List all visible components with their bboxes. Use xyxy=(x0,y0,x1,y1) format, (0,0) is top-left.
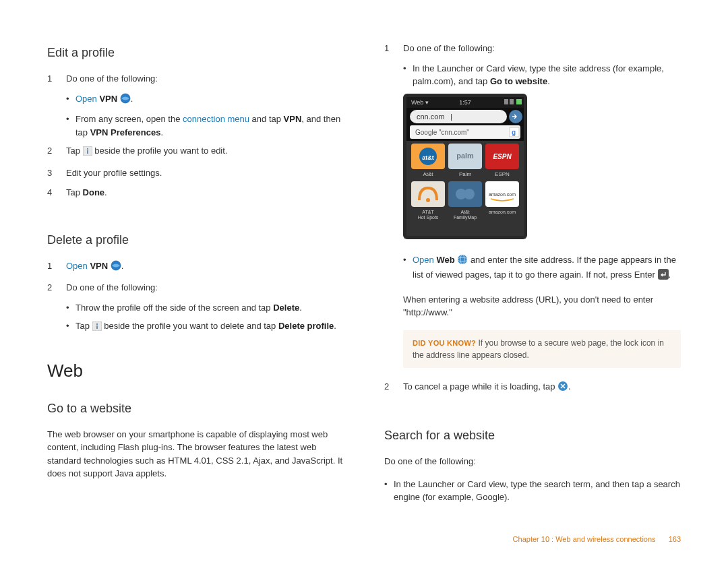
screenshot-suggest: Google "cnn.com" xyxy=(415,129,469,136)
phone-screenshot: Web ▾ 1:57 cnn.com | Google "cnn.com" g xyxy=(403,94,681,241)
svg-text:at&t: at&t xyxy=(422,154,434,161)
bullet-open-vpn: • Open VPN . xyxy=(47,92,344,108)
svg-text:At&t: At&t xyxy=(460,210,469,214)
svg-rect-13 xyxy=(504,99,508,104)
svg-rect-14 xyxy=(510,99,514,104)
footer-chapter: Chapter 10 : Web and wireless connection… xyxy=(513,535,656,543)
svg-text:Google "cnn.com": Google "cnn.com" xyxy=(415,129,469,136)
bullet-search-term: • In the Launcher or Card view, type the… xyxy=(384,478,681,504)
stop-loading-icon xyxy=(557,381,568,396)
bullet-connection-menu: • From any screen, open the connection m… xyxy=(47,113,344,139)
web-globe-icon xyxy=(457,254,468,269)
step-2: 2 Tap beside the profile you want to edi… xyxy=(47,144,344,160)
svg-text:palm: palm xyxy=(456,152,474,160)
step-4: 4 Tap Done. xyxy=(47,186,344,199)
footer-page-number: 163 xyxy=(669,535,681,543)
bullet-type-address: • In the Launcher or Card view, type the… xyxy=(384,62,681,88)
svg-point-35 xyxy=(426,198,430,202)
delete-step-2: 2 Do one of the following: xyxy=(47,281,344,294)
svg-text:ESPN: ESPN xyxy=(495,171,510,177)
search-intro: Do one of the following: xyxy=(384,455,681,468)
screenshot-header-label: Web ▾ xyxy=(411,99,429,106)
svg-rect-4 xyxy=(87,150,88,154)
enter-key-icon xyxy=(658,269,669,284)
svg-rect-34 xyxy=(411,181,445,207)
svg-rect-3 xyxy=(87,148,88,150)
step-1: 1 Do one of the following: xyxy=(47,72,344,86)
goto-intro-para: The web browser on your smartphone is ca… xyxy=(47,428,344,480)
info-icon xyxy=(92,321,102,335)
svg-text:Hot Spots: Hot Spots xyxy=(418,215,439,220)
info-icon xyxy=(83,146,92,160)
right-step-1: 1 Do one of the following: xyxy=(384,42,681,55)
svg-text:At&t: At&t xyxy=(423,171,433,177)
bullet-throw-profile: • Throw the profile off the side of the … xyxy=(47,301,344,315)
svg-text:FamilyMap: FamilyMap xyxy=(454,215,477,220)
screenshot-time: 1:57 xyxy=(459,99,471,106)
svg-text:Palm: Palm xyxy=(459,171,472,177)
page-footer: Chapter 10 : Web and wireless connection… xyxy=(513,535,681,543)
heading-web: Web xyxy=(47,361,344,381)
svg-text:|: | xyxy=(450,113,452,121)
svg-text:AT&T: AT&T xyxy=(422,210,434,214)
svg-rect-8 xyxy=(96,323,98,325)
heading-delete-profile: Delete a profile xyxy=(47,233,344,247)
bullet-open-web: • Open Web and enter the site address. I… xyxy=(384,253,681,284)
svg-point-46 xyxy=(458,255,467,264)
svg-text:ESPN: ESPN xyxy=(493,153,512,160)
vpn-globe-icon xyxy=(111,260,121,275)
url-tip-para: When entering a website address (URL), y… xyxy=(403,293,681,319)
svg-point-38 xyxy=(464,189,475,199)
svg-rect-49 xyxy=(658,269,669,280)
vpn-globe-icon xyxy=(120,93,131,108)
svg-rect-9 xyxy=(96,325,98,329)
svg-rect-15 xyxy=(516,99,522,104)
left-column: Edit a profile 1 Do one of the following… xyxy=(47,42,344,509)
right-column: 1 Do one of the following: • In the Laun… xyxy=(384,42,681,509)
heading-goto-website: Go to a website xyxy=(47,402,344,416)
screenshot-address: cnn.com xyxy=(417,113,445,121)
heading-search-website: Search for a website xyxy=(384,429,681,443)
svg-text:g: g xyxy=(512,129,516,136)
svg-text:amazon.com: amazon.com xyxy=(489,210,516,214)
right-step-2: 2 To cancel a page while it is loading, … xyxy=(384,380,681,396)
step-3: 3 Edit your profile settings. xyxy=(47,166,344,180)
heading-edit-profile: Edit a profile xyxy=(47,46,344,60)
did-you-know-callout: DID YOU KNOW? If you browse to a secure … xyxy=(403,330,681,368)
bullet-tap-delete: • Tap beside the profile you want to del… xyxy=(47,319,344,335)
svg-text:amazon.com: amazon.com xyxy=(489,192,516,197)
delete-step-1: 1 Open VPN . xyxy=(47,259,344,275)
